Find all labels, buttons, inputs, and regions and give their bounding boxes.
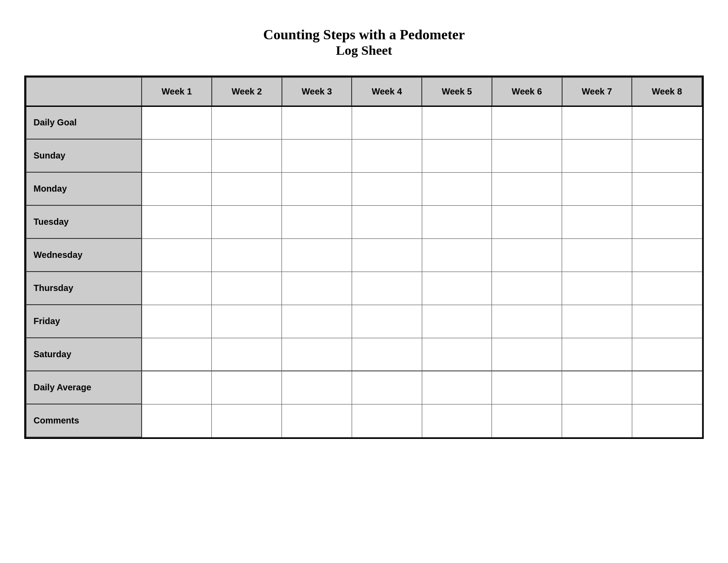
tuesday-week3[interactable]	[282, 205, 352, 238]
wednesday-week6[interactable]	[492, 238, 562, 272]
tuesday-label: Tuesday	[26, 205, 142, 238]
daily-average-week2[interactable]	[212, 371, 282, 404]
monday-week5[interactable]	[422, 172, 492, 205]
tuesday-week2[interactable]	[212, 205, 282, 238]
comments-week4[interactable]	[352, 404, 422, 437]
daily-goal-week4[interactable]	[352, 106, 422, 139]
week-3-header: Week 3	[282, 77, 352, 106]
comments-week5[interactable]	[422, 404, 492, 437]
sunday-week7[interactable]	[562, 139, 632, 172]
monday-week8[interactable]	[632, 172, 702, 205]
saturday-label: Saturday	[26, 338, 142, 371]
daily-average-week5[interactable]	[422, 371, 492, 404]
comments-week1[interactable]	[142, 404, 212, 437]
saturday-week6[interactable]	[492, 338, 562, 371]
tuesday-week4[interactable]	[352, 205, 422, 238]
daily-goal-week2[interactable]	[212, 106, 282, 139]
comments-week3[interactable]	[282, 404, 352, 437]
tuesday-week8[interactable]	[632, 205, 702, 238]
daily-goal-week5[interactable]	[422, 106, 492, 139]
daily-average-week6[interactable]	[492, 371, 562, 404]
sunday-week5[interactable]	[422, 139, 492, 172]
wednesday-row: Wednesday	[26, 238, 702, 272]
sunday-week3[interactable]	[282, 139, 352, 172]
comments-week7[interactable]	[562, 404, 632, 437]
sunday-week8[interactable]	[632, 139, 702, 172]
sunday-week4[interactable]	[352, 139, 422, 172]
wednesday-week5[interactable]	[422, 238, 492, 272]
monday-week6[interactable]	[492, 172, 562, 205]
tuesday-week5[interactable]	[422, 205, 492, 238]
thursday-week2[interactable]	[212, 272, 282, 305]
page-title: Counting Steps with a Pedometer Log Shee…	[263, 26, 465, 58]
thursday-week8[interactable]	[632, 272, 702, 305]
comments-week2[interactable]	[212, 404, 282, 437]
tuesday-week6[interactable]	[492, 205, 562, 238]
daily-goal-label: Daily Goal	[26, 106, 142, 139]
thursday-week7[interactable]	[562, 272, 632, 305]
monday-week1[interactable]	[142, 172, 212, 205]
thursday-week1[interactable]	[142, 272, 212, 305]
comments-week8[interactable]	[632, 404, 702, 437]
saturday-week4[interactable]	[352, 338, 422, 371]
tuesday-week1[interactable]	[142, 205, 212, 238]
sunday-week2[interactable]	[212, 139, 282, 172]
daily-average-row: Daily Average	[26, 371, 702, 404]
monday-week4[interactable]	[352, 172, 422, 205]
friday-week1[interactable]	[142, 305, 212, 338]
friday-week4[interactable]	[352, 305, 422, 338]
friday-label: Friday	[26, 305, 142, 338]
daily-average-week4[interactable]	[352, 371, 422, 404]
thursday-week4[interactable]	[352, 272, 422, 305]
saturday-row: Saturday	[26, 338, 702, 371]
daily-goal-week7[interactable]	[562, 106, 632, 139]
week-7-header: Week 7	[562, 77, 632, 106]
daily-average-week1[interactable]	[142, 371, 212, 404]
wednesday-week1[interactable]	[142, 238, 212, 272]
wednesday-week2[interactable]	[212, 238, 282, 272]
wednesday-week4[interactable]	[352, 238, 422, 272]
friday-week5[interactable]	[422, 305, 492, 338]
daily-average-week3[interactable]	[282, 371, 352, 404]
daily-goal-week6[interactable]	[492, 106, 562, 139]
friday-row: Friday	[26, 305, 702, 338]
saturday-week5[interactable]	[422, 338, 492, 371]
comments-week6[interactable]	[492, 404, 562, 437]
friday-week7[interactable]	[562, 305, 632, 338]
comments-label: Comments	[26, 404, 142, 437]
saturday-week2[interactable]	[212, 338, 282, 371]
saturday-week1[interactable]	[142, 338, 212, 371]
thursday-week3[interactable]	[282, 272, 352, 305]
wednesday-week8[interactable]	[632, 238, 702, 272]
daily-goal-row: Daily Goal	[26, 106, 702, 139]
daily-goal-week1[interactable]	[142, 106, 212, 139]
wednesday-label: Wednesday	[26, 238, 142, 272]
daily-average-week7[interactable]	[562, 371, 632, 404]
week-1-header: Week 1	[142, 77, 212, 106]
week-8-header: Week 8	[632, 77, 702, 106]
sub-title: Log Sheet	[263, 43, 465, 58]
daily-average-week8[interactable]	[632, 371, 702, 404]
sunday-week1[interactable]	[142, 139, 212, 172]
daily-goal-week3[interactable]	[282, 106, 352, 139]
friday-week6[interactable]	[492, 305, 562, 338]
saturday-week8[interactable]	[632, 338, 702, 371]
thursday-week6[interactable]	[492, 272, 562, 305]
daily-goal-week8[interactable]	[632, 106, 702, 139]
friday-week3[interactable]	[282, 305, 352, 338]
week-2-header: Week 2	[212, 77, 282, 106]
friday-week2[interactable]	[212, 305, 282, 338]
monday-week3[interactable]	[282, 172, 352, 205]
friday-week8[interactable]	[632, 305, 702, 338]
wednesday-week7[interactable]	[562, 238, 632, 272]
thursday-week5[interactable]	[422, 272, 492, 305]
saturday-week7[interactable]	[562, 338, 632, 371]
saturday-week3[interactable]	[282, 338, 352, 371]
monday-week2[interactable]	[212, 172, 282, 205]
monday-row: Monday	[26, 172, 702, 205]
thursday-label: Thursday	[26, 272, 142, 305]
monday-week7[interactable]	[562, 172, 632, 205]
sunday-week6[interactable]	[492, 139, 562, 172]
wednesday-week3[interactable]	[282, 238, 352, 272]
tuesday-week7[interactable]	[562, 205, 632, 238]
